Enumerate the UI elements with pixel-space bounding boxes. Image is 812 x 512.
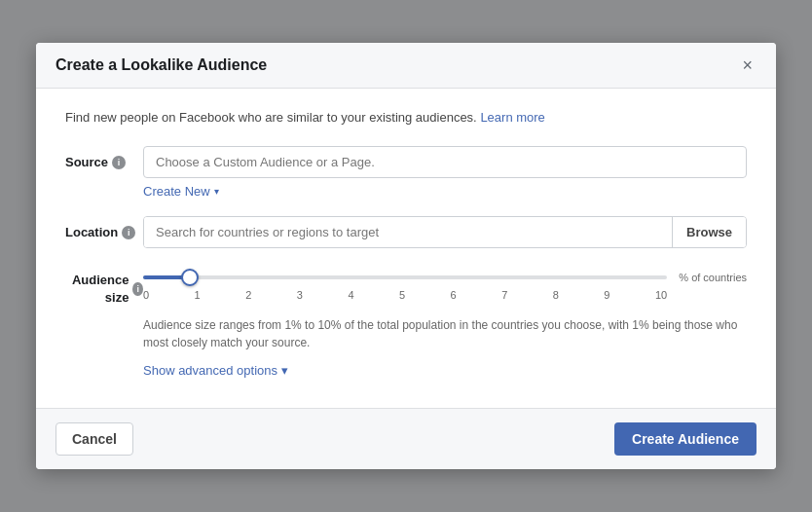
cancel-button[interactable]: Cancel	[55, 422, 133, 456]
tick-9: 9	[604, 289, 609, 301]
dropdown-arrow-icon: ▾	[214, 186, 219, 197]
tick-1: 1	[195, 289, 201, 301]
tick-8: 8	[553, 289, 559, 301]
tick-0: 0	[143, 289, 149, 301]
source-info-icon[interactable]: i	[112, 156, 126, 169]
create-new-link[interactable]: Create New ▾	[143, 184, 747, 199]
slider-wrapper: 0 1 2 3 4 5 6 7 8 9	[143, 266, 747, 301]
tick-10: 10	[655, 289, 667, 301]
advanced-arrow-icon: ▾	[281, 363, 288, 378]
location-label: Location i	[65, 216, 143, 239]
source-input[interactable]	[143, 146, 747, 178]
tick-4: 4	[348, 289, 353, 301]
tick-6: 6	[451, 289, 457, 301]
slider-numbers-row: 0 1 2 3 4 5 6 7 8 9	[143, 289, 667, 301]
slider-and-percent: 0 1 2 3 4 5 6 7 8 9	[143, 266, 747, 301]
tick-2: 2	[245, 289, 251, 301]
modal-overlay: Create a Lookalike Audience × Find new p…	[0, 0, 812, 512]
audience-size-section: Audience size i 0	[65, 266, 747, 379]
source-control-wrapper: Create New ▾	[143, 146, 747, 199]
location-input-wrapper: Browse	[143, 216, 747, 248]
modal-body: Find new people on Facebook who are simi…	[36, 89, 776, 409]
slider-inner: 0 1 2 3 4 5 6 7 8 9	[143, 266, 667, 301]
location-info-icon[interactable]: i	[122, 226, 135, 239]
modal-header: Create a Lookalike Audience ×	[36, 43, 776, 89]
tick-5: 5	[399, 289, 405, 301]
learn-more-link[interactable]: Learn more	[480, 110, 544, 125]
location-input[interactable]	[144, 217, 672, 247]
modal-dialog: Create a Lookalike Audience × Find new p…	[36, 43, 776, 470]
source-form-group: Source i Create New ▾	[65, 146, 747, 199]
modal-footer: Cancel Create Audience	[36, 408, 776, 469]
advanced-options-link[interactable]: Show advanced options ▾	[143, 363, 288, 378]
create-audience-button[interactable]: Create Audience	[614, 422, 757, 456]
modal-title: Create a Lookalike Audience	[55, 56, 267, 74]
audience-size-label: Audience size i	[65, 266, 143, 307]
source-label: Source i	[65, 146, 143, 169]
audience-size-info-icon[interactable]: i	[132, 282, 143, 296]
location-form-group: Location i Browse	[65, 216, 747, 248]
slider-track	[143, 275, 667, 279]
browse-button[interactable]: Browse	[672, 217, 746, 247]
percent-label: % of countries	[679, 266, 747, 283]
description-text: Find new people on Facebook who are simi…	[65, 108, 747, 128]
location-control-wrapper: Browse	[143, 216, 747, 248]
close-button[interactable]: ×	[738, 56, 757, 74]
tick-3: 3	[297, 289, 303, 301]
tick-7: 7	[501, 289, 507, 301]
slider-thumb[interactable]	[181, 269, 199, 286]
range-description: Audience size ranges from 1% to 10% of t…	[143, 316, 747, 351]
audience-size-form-group: Audience size i 0	[65, 266, 747, 307]
